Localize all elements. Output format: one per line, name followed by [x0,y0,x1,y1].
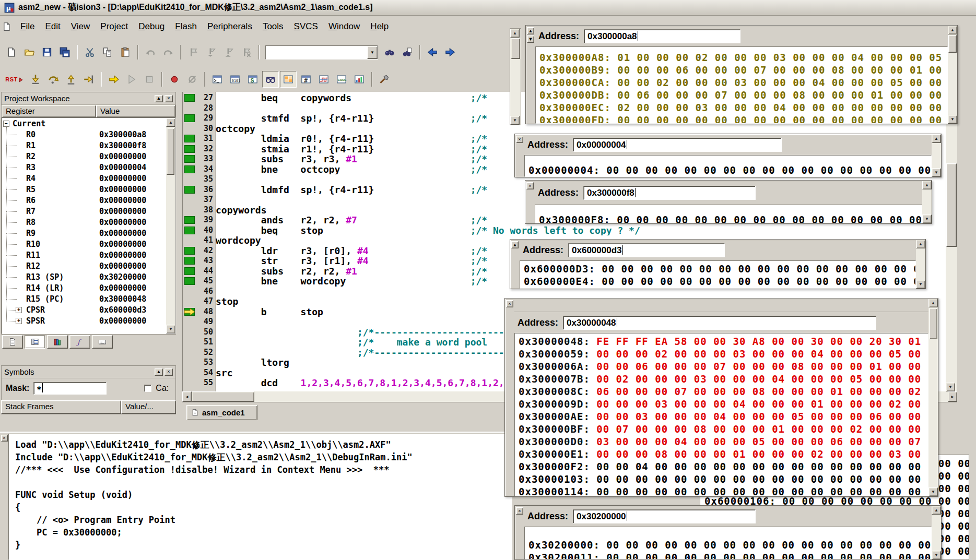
menu-tools[interactable]: Tools [257,19,289,34]
memory-row[interactable]: 0x600000E4: 00 00 00 00 00 00 00 00 00 0… [524,275,915,288]
menu-file[interactable]: File [15,19,40,34]
execution-marker[interactable] [184,114,195,122]
memory-row[interactable]: 0x300000BF: 00 07 00 00 00 08 00 00 00 0… [519,423,928,435]
register-row[interactable]: R80x00000000 [2,217,166,228]
gutter-cell[interactable] [183,225,197,236]
reset-button[interactable]: RST [3,71,26,88]
memory-row[interactable]: 0x300000F8: 00 00 00 00 00 00 00 00 00 0… [539,213,922,223]
gutter-cell[interactable] [183,378,197,388]
close-icon[interactable]: × [164,368,173,376]
memory-row[interactable]: 0x30000114: 00 00 00 00 00 00 00 00 00 0… [519,485,928,496]
tab-templates[interactable] [92,335,113,349]
memory-row[interactable]: 0x30200000: 00 00 00 00 00 00 00 00 00 0… [528,539,931,551]
navigate-back-button[interactable] [424,44,441,61]
pin-icon[interactable]: ▲ [155,368,163,376]
gutter-cell[interactable] [183,164,197,175]
register-row[interactable]: R30x00000004 [2,162,166,173]
execution-marker[interactable] [184,94,195,102]
register-row[interactable]: +SPSR0x00000000 [2,316,166,327]
collapse-icon[interactable]: − [3,121,9,127]
scroll-down-icon[interactable]: ▼ [166,325,175,333]
register-row[interactable]: R60x00000000 [2,195,166,206]
stack-value-column-header[interactable]: Value/... [121,400,176,414]
case-sensitive-checkbox[interactable] [144,385,151,392]
scroll-down-icon[interactable]: ▼ [922,215,932,223]
debug-stop-button[interactable] [141,71,158,88]
save-all-button[interactable] [56,44,73,61]
step-over-button[interactable] [45,71,62,88]
gutter-cell[interactable] [183,327,197,338]
register-scrollbar[interactable]: ▲ ▼ [166,118,175,333]
scroll-down-icon[interactable]: ▼ [932,551,941,559]
scroll-down-icon[interactable]: ▼ [932,168,941,177]
scroll-up-icon[interactable]: ▲ [166,118,175,127]
stack-frames-column-header[interactable]: Stack Frames [1,400,121,414]
memory-row[interactable]: 0x3000007B: 00 02 00 00 00 03 00 00 00 0… [519,373,928,385]
watch-window-button[interactable] [262,71,279,88]
scroll-right-icon[interactable]: ► [948,391,957,402]
disassembly-window-button[interactable]: 0101 [227,71,243,88]
scrollbar-thumb[interactable] [948,35,957,53]
gutter-cell[interactable] [183,317,197,327]
scroll-down-icon[interactable]: ▼ [948,115,957,124]
scrollbar-thumb[interactable] [946,163,957,247]
tab-functions[interactable]: ƒ [69,335,90,349]
show-next-statement-button[interactable] [105,71,122,88]
gutter-cell[interactable] [183,358,197,368]
step-into-button[interactable] [27,71,44,88]
cut-button[interactable] [81,44,98,61]
register-row-current[interactable]: −Current [2,118,166,129]
memory-row[interactable]: 0x3000008C: 06 00 00 00 07 00 00 00 08 0… [519,385,928,398]
menu-svcs[interactable]: SVCS [289,19,323,34]
address-input[interactable]: 0x30000048 [563,316,876,330]
gutter-cell[interactable] [183,307,197,317]
scroll-up-icon[interactable]: ▲ [948,26,957,34]
output-console[interactable]: Load "D:\\app\\EduKit2410_for_MDK修正\\3.2… [8,434,512,560]
gutter-cell[interactable] [183,256,197,266]
toolbox-button[interactable] [376,71,393,88]
expand-icon[interactable]: + [16,318,22,324]
scroll-down-icon[interactable]: ▼ [946,383,955,391]
pin-icon[interactable]: ▲ [155,95,163,102]
memory-dump[interactable]: 0x30000048: FE FF FF EA 58 00 00 30 A8 0… [514,333,928,496]
execution-marker[interactable] [184,135,195,142]
scroll-up-icon[interactable]: ▲ [510,29,520,38]
run-to-cursor-button[interactable] [80,71,97,88]
tab-registers[interactable] [25,335,45,349]
scrollbar-thumb[interactable] [929,308,937,339]
undo-button[interactable] [142,44,159,61]
memory-dump[interactable]: 0x600000D3: 00 00 00 00 00 00 00 00 00 0… [520,260,916,289]
memory-dump[interactable]: 0x00000004: 00 00 00 00 00 00 00 00 00 0… [524,155,932,177]
address-input[interactable]: 0x600000d3 [568,243,725,257]
memory-dump[interactable]: 0x30200000: 00 00 00 00 00 00 00 00 00 0… [524,527,932,559]
window-grip[interactable] [514,299,928,312]
register-row[interactable]: R70x00000000 [2,206,166,217]
memory-row[interactable]: 0x300000FD: 00 00 00 00 00 00 00 00 00 0… [539,114,947,124]
new-file-button[interactable] [3,44,20,61]
gutter-cell[interactable] [183,144,197,154]
scroll-up-icon[interactable]: ▲ [916,240,925,248]
gutter-cell[interactable] [183,124,197,134]
command-window-button[interactable] [209,71,226,88]
code-coverage-button[interactable]: CODE [333,71,350,88]
register-column-header[interactable]: Register [2,105,96,117]
register-row[interactable]: R15 (PC)0x30000048 [2,294,166,305]
register-row[interactable]: R90x00000000 [2,228,166,239]
menu-peripherals[interactable]: Peripherals [202,19,257,34]
chevron-down-icon[interactable]: ▼ [367,46,378,59]
gutter-cell[interactable] [183,348,197,358]
gutter-cell[interactable] [183,368,197,378]
execution-marker[interactable] [184,227,195,234]
background-scrollbar[interactable]: ▲ ▼ [510,28,521,125]
memory-scrollbar[interactable]: ▲ ▼ [922,181,932,223]
memory-scrollbar[interactable]: ▲ ▼ [916,240,925,289]
execution-marker[interactable] [184,277,195,285]
gutter-cell[interactable] [183,174,197,185]
register-row[interactable]: +CPSR0x600000d3 [2,305,166,316]
execution-marker[interactable] [184,155,195,163]
scroll-down-icon[interactable]: ▼ [916,280,925,289]
navigate-forward-button[interactable] [442,44,458,61]
address-input[interactable]: 0x300000f8 [583,186,756,200]
register-row[interactable]: R110x00000000 [2,250,166,261]
scrollbar-thumb[interactable] [511,38,520,59]
